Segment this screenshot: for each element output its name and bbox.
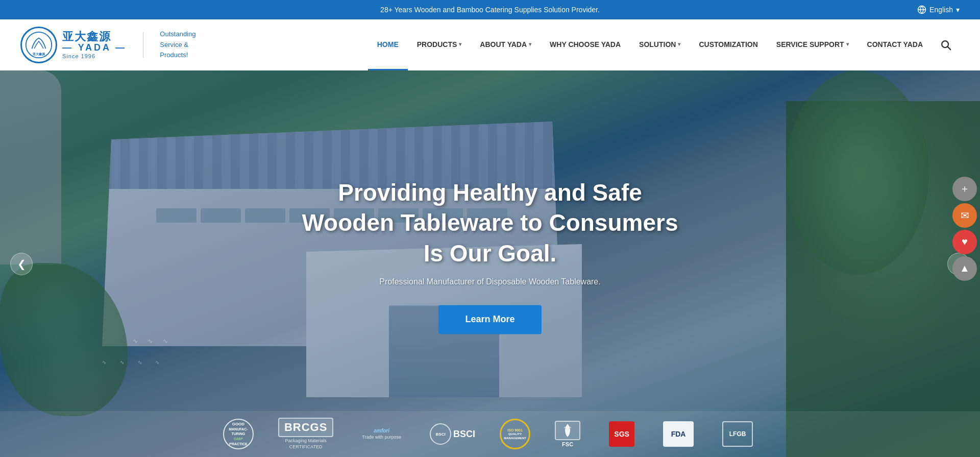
logo-text: 亚大鑫源 — YADA — Since 1996 bbox=[62, 31, 127, 59]
left-arrow-icon: ❮ bbox=[17, 258, 26, 270]
solution-chevron: ▾ bbox=[678, 41, 680, 47]
service-chevron: ▾ bbox=[846, 41, 849, 47]
language-label: English bbox=[929, 6, 953, 14]
hero-prev-arrow[interactable]: ❮ bbox=[10, 253, 33, 275]
nav-about[interactable]: ABOUT YADA ▾ bbox=[471, 19, 541, 70]
globe-icon bbox=[917, 5, 926, 14]
bsci-label: BSCI bbox=[436, 432, 446, 437]
nav-service[interactable]: SERVICE SUPPORT ▾ bbox=[767, 19, 858, 70]
language-chevron: ▾ bbox=[956, 6, 960, 14]
nav-contact[interactable]: CONTACT YADA bbox=[858, 19, 932, 70]
email-button[interactable]: ✉ bbox=[952, 203, 977, 228]
favorite-button[interactable]: ♥ bbox=[952, 230, 977, 254]
heart-icon: ♥ bbox=[962, 236, 968, 248]
nav-home[interactable]: HOME bbox=[368, 19, 408, 70]
nav-solution[interactable]: SOLUTION ▾ bbox=[630, 19, 690, 70]
hero-content: Providing Healthy and Safe Wooden Tablew… bbox=[296, 178, 684, 334]
lfgb-box: LFGB bbox=[722, 421, 753, 447]
certification-strip: GOOD MANUFAC- TURING GMP PRACTICE BRCGS … bbox=[0, 411, 980, 457]
logo-since: Since 1996 bbox=[62, 53, 127, 59]
cert-iso: ISO 9001 QUALITY MANAGEMENT bbox=[500, 419, 530, 449]
bsci-circle: BSCI bbox=[430, 423, 451, 445]
banner-text: 28+ Years Wooden and Bamboo Catering Sup… bbox=[380, 6, 600, 14]
cert-brcgs: BRCGS Packaging MaterialsCERTIFICATED bbox=[274, 419, 337, 449]
nav-why[interactable]: WHY CHOOSE YADA bbox=[541, 19, 630, 70]
logo-icon: 亚大鑫源 bbox=[25, 31, 53, 59]
iso-badge: ISO 9001 QUALITY MANAGEMENT bbox=[500, 419, 530, 449]
fsc-icon bbox=[560, 423, 575, 438]
email-icon: ✉ bbox=[961, 209, 969, 222]
floating-actions: ＋ ✉ ♥ ▲ bbox=[952, 177, 980, 281]
hero-title: Providing Healthy and Safe Wooden Tablew… bbox=[296, 178, 684, 269]
logo-chinese: 亚大鑫源 bbox=[62, 31, 127, 43]
header: 亚大鑫源 亚大鑫源 — YADA — Since 1996 Outstandin… bbox=[0, 19, 980, 70]
brcgs-label: BRCGS bbox=[284, 421, 327, 434]
gmp-badge: GOOD MANUFAC- TURING GMP PRACTICE bbox=[223, 419, 254, 449]
plus-icon: ＋ bbox=[960, 182, 970, 196]
search-icon bbox=[940, 39, 951, 51]
nav-products[interactable]: PRODUCTS ▾ bbox=[408, 19, 471, 70]
svg-line-5 bbox=[948, 47, 951, 50]
sgs-box: SGS bbox=[609, 421, 634, 447]
hero-subtitle: Professional Manufacturer of Disposable … bbox=[296, 277, 684, 286]
nav-customization[interactable]: CUSTOMIZATION bbox=[690, 19, 767, 70]
logo-english: — YADA — bbox=[62, 43, 127, 53]
language-selector[interactable]: English ▾ bbox=[917, 5, 960, 14]
brcgs-sub: Packaging MaterialsCERTIFICATED bbox=[285, 438, 327, 450]
fda-box: FDA bbox=[663, 421, 694, 447]
fsc-box bbox=[555, 421, 580, 440]
fda-label: FDA bbox=[671, 430, 686, 438]
logo-area: 亚大鑫源 亚大鑫源 — YADA — Since 1996 Outstandin… bbox=[20, 27, 195, 63]
hero-section: ∿ ∿ ∿ ∿ ∿ ∿ ∿ Providing Healthy and Safe… bbox=[0, 70, 980, 457]
arrow-up-icon: ▲ bbox=[960, 262, 970, 274]
cert-fda: FDA bbox=[659, 419, 698, 449]
main-nav: HOME PRODUCTS ▾ ABOUT YADA ▾ WHY CHOOSE … bbox=[368, 19, 960, 70]
cert-lfgb: LFGB bbox=[718, 419, 757, 449]
logo-circle: 亚大鑫源 bbox=[20, 27, 57, 63]
scroll-top-button[interactable]: ▲ bbox=[952, 256, 977, 281]
top-banner: 28+ Years Wooden and Bamboo Catering Sup… bbox=[0, 0, 980, 19]
svg-text:亚大鑫源: 亚大鑫源 bbox=[33, 52, 45, 56]
learn-more-button[interactable]: Learn More bbox=[438, 305, 541, 334]
lfgb-label: LFGB bbox=[729, 430, 746, 438]
logo[interactable]: 亚大鑫源 亚大鑫源 — YADA — Since 1996 bbox=[20, 27, 127, 63]
products-chevron: ▾ bbox=[459, 41, 461, 47]
cert-gmp: GOOD MANUFAC- TURING GMP PRACTICE bbox=[223, 419, 254, 449]
fsc-label: FSC bbox=[562, 441, 573, 447]
cert-bsci: BSCI BSCI bbox=[426, 419, 479, 449]
logo-divider bbox=[143, 32, 143, 58]
amfori-sub: Trade with purpose bbox=[362, 435, 401, 441]
cert-sgs: SGS bbox=[605, 419, 639, 449]
about-chevron: ▾ bbox=[529, 41, 531, 47]
sgs-label: SGS bbox=[614, 430, 629, 438]
cert-amfori: amfori Trade with purpose bbox=[358, 419, 405, 449]
amfori-label: amfori bbox=[374, 428, 389, 434]
expand-button[interactable]: ＋ bbox=[952, 177, 977, 201]
bsci-text: BSCI bbox=[453, 429, 475, 440]
cert-fsc: FSC bbox=[551, 419, 584, 449]
logo-tagline: OutstandingService &Products! bbox=[160, 29, 195, 61]
search-button[interactable] bbox=[932, 19, 960, 70]
